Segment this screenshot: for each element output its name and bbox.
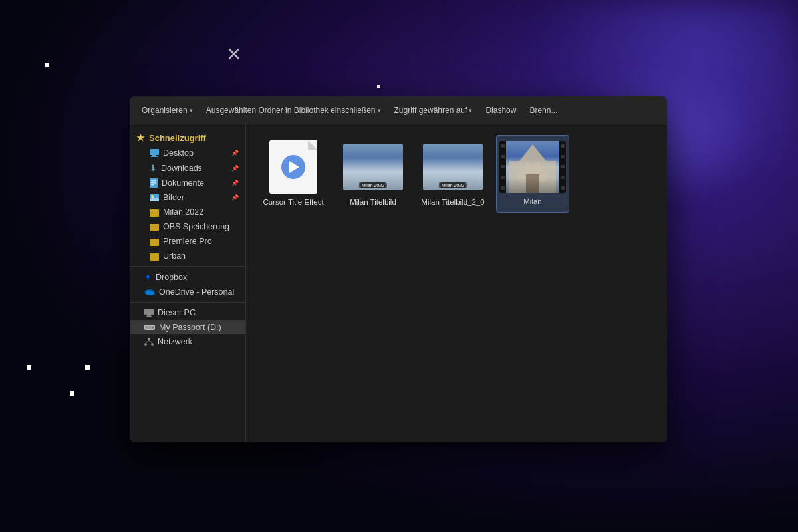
pin-icon-bilder: 📌	[231, 194, 239, 201]
film-hole	[561, 186, 565, 190]
dot-3	[27, 365, 31, 370]
pin-icon-dokumente: 📌	[231, 180, 239, 186]
toolbar-zugriff-arrow: ▾	[469, 107, 472, 114]
toolbar-einschliessen[interactable]: Ausgewählten Ordner in Bibliothek einsch…	[202, 104, 385, 117]
svg-rect-5	[151, 182, 156, 184]
sidebar-item-obs[interactable]: OBS Speicherung	[130, 219, 245, 234]
film-hole	[501, 165, 505, 168]
sidebar-item-milan2022-label: Milan 2022	[163, 207, 203, 217]
toolbar-zugriff-label: Zugriff gewähren auf	[394, 106, 467, 115]
sidebar-item-dropbox-label: Dropbox	[156, 273, 187, 282]
folder-icon-milan2022	[150, 209, 159, 217]
sidebar-item-dropbox[interactable]: ✦ Dropbox	[130, 269, 245, 285]
sidebar-item-bilder-label: Bilder	[163, 193, 184, 202]
sidebar-item-bilder[interactable]: Bilder 📌	[130, 190, 245, 205]
play-icon	[281, 155, 305, 179]
toolbar: Organisieren ▾ Ausgewählten Ordner in Bi…	[130, 96, 667, 124]
sidebar-item-milan2022[interactable]: Milan 2022	[130, 205, 245, 219]
milan-thumb-1: Milan 2022	[343, 144, 403, 190]
film-strips-left	[499, 141, 506, 193]
toolbar-brennen[interactable]: Brenn...	[525, 104, 561, 117]
network-icon	[144, 338, 154, 346]
toolbar-einschliessen-label: Ausgewählten Ordner in Bibliothek einsch…	[206, 106, 376, 115]
film-hole	[561, 144, 565, 148]
folder-icon-urban	[150, 253, 159, 261]
film-strip-icon	[499, 141, 566, 193]
quick-access-label: Schnellzugriff	[149, 133, 206, 143]
sidebar-item-my-passport[interactable]: My Passport (D:)	[130, 320, 245, 334]
toolbar-organisieren[interactable]: Organisieren ▾	[138, 104, 197, 117]
file-item-milan-titelbild[interactable]: Milan 2022 Milan Titelbild	[336, 135, 410, 213]
video-thumb-milan1: Milan 2022	[343, 144, 403, 190]
image-icon	[150, 194, 159, 201]
film-hole	[501, 176, 505, 179]
sidebar-item-dieser-pc[interactable]: Dieser PC	[130, 305, 245, 320]
milan-thumb-2: Milan 2022	[423, 144, 483, 190]
film-strips-right	[559, 141, 566, 193]
file-label-cursor: Cursor Title Effect	[263, 198, 323, 207]
film-hole	[501, 155, 505, 158]
file-thumbnail-cursor	[263, 140, 323, 194]
film-hole	[561, 176, 565, 179]
folder-icon-obs	[150, 224, 159, 231]
file-item-milan-titelbild-2-0[interactable]: Milan 2022 Milan Titelbild_2_0	[416, 135, 489, 213]
film-hole	[561, 155, 565, 158]
milan-label-2: Milan 2022	[440, 182, 465, 188]
svg-rect-1	[152, 155, 156, 156]
film-hole	[501, 144, 505, 148]
sidebar-item-netzwerk-label: Netzwerk	[158, 337, 192, 346]
file-thumbnail-milan2: Milan 2022	[423, 140, 483, 194]
file-thumbnail-milan1: Milan 2022	[343, 140, 403, 194]
sidebar-item-downloads[interactable]: ⬇ Downloads 📌	[130, 160, 245, 176]
close-button[interactable]: ✕	[226, 45, 241, 64]
dropbox-icon: ✦	[144, 272, 152, 282]
toolbar-diashow[interactable]: Diashow	[481, 104, 520, 117]
quick-access-header: ★ Schnellzugriff	[130, 130, 245, 146]
toolbar-brennen-label: Brenn...	[529, 106, 557, 115]
sidebar-divider-1	[130, 266, 245, 267]
sidebar-item-desktop-label: Desktop	[163, 148, 194, 158]
file-item-cursor-title-effect[interactable]: Cursor Title Effect	[257, 135, 330, 213]
sidebar-item-urban[interactable]: Urban	[130, 249, 245, 263]
svg-line-22	[146, 340, 149, 343]
file-item-milan[interactable]: Milan	[496, 135, 569, 213]
file-label-milan2: Milan Titelbild_2_0	[421, 198, 484, 207]
lnk-file-icon	[269, 140, 317, 194]
sidebar-item-netzwerk[interactable]: Netzwerk	[130, 334, 245, 349]
toolbar-organisieren-label: Organisieren	[142, 106, 188, 115]
sidebar-item-premiere-label: Premiere Pro	[163, 237, 212, 246]
svg-point-21	[151, 343, 154, 346]
sidebar: ★ Schnellzugriff Desktop 📌 ⬇ Downloads 📌	[130, 124, 246, 442]
svg-point-18	[152, 327, 154, 329]
svg-rect-2	[151, 156, 158, 157]
film-hole	[501, 186, 505, 190]
download-icon: ⬇	[150, 163, 157, 173]
file-label-milan1: Milan Titelbild	[350, 198, 396, 207]
svg-rect-14	[147, 315, 151, 316]
svg-point-19	[148, 338, 150, 340]
sidebar-item-onedrive[interactable]: OneDrive - Personal	[130, 285, 245, 299]
main-content: ★ Schnellzugriff Desktop 📌 ⬇ Downloads 📌	[130, 124, 667, 442]
dot-4	[85, 365, 90, 370]
sidebar-item-premiere[interactable]: Premiere Pro	[130, 234, 245, 249]
sidebar-item-dokumente[interactable]: Dokumente 📌	[130, 176, 245, 190]
svg-rect-4	[151, 180, 156, 182]
sidebar-divider-2	[130, 302, 245, 303]
sidebar-item-desktop[interactable]: Desktop 📌	[130, 146, 245, 160]
sidebar-item-downloads-label: Downloads	[161, 164, 202, 173]
toolbar-diashow-label: Diashow	[485, 106, 516, 115]
file-thumbnail-milan-film	[499, 141, 566, 193]
desktop-icon	[150, 149, 159, 157]
pin-icon-desktop: 📌	[231, 150, 239, 156]
toolbar-einschliessen-arrow: ▾	[378, 107, 381, 114]
svg-rect-25	[509, 161, 556, 193]
svg-rect-13	[144, 309, 154, 315]
toolbar-zugriff[interactable]: Zugriff gewähren auf ▾	[390, 104, 477, 117]
svg-rect-27	[526, 174, 539, 193]
document-icon	[150, 178, 158, 188]
film-hole	[561, 165, 565, 168]
svg-point-20	[144, 343, 147, 346]
svg-line-23	[149, 340, 152, 343]
svg-rect-6	[151, 184, 154, 186]
dot-5	[70, 391, 74, 396]
